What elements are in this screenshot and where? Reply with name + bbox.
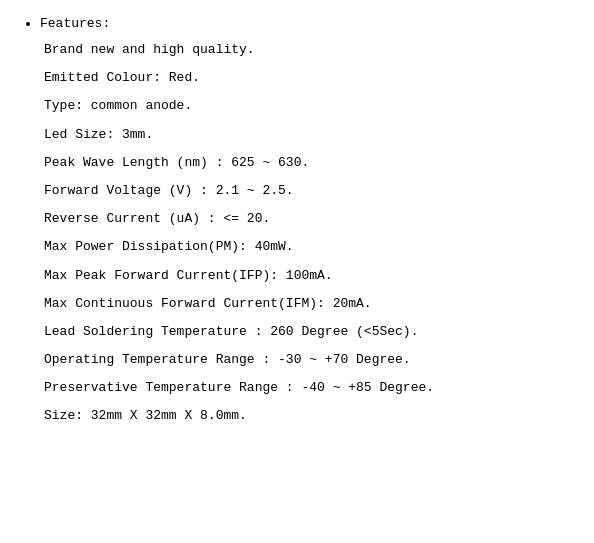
features-item: Features: Brand new and high quality.Emi… [40, 16, 574, 426]
feature-line: Reverse Current (uA) : <= 20. [44, 210, 574, 228]
feature-line: Forward Voltage (V) : 2.1 ~ 2.5. [44, 182, 574, 200]
feature-line: Max Power Dissipation(PM): 40mW. [44, 238, 574, 256]
feature-line: Type: common anode. [44, 97, 574, 115]
feature-line: Led Size: 3mm. [44, 126, 574, 144]
feature-line: Size: 32mm X 32mm X 8.0mm. [44, 407, 574, 425]
feature-line: Max Continuous Forward Current(IFM): 20m… [44, 295, 574, 313]
features-list: Features: Brand new and high quality.Emi… [20, 16, 574, 426]
feature-line: Preservative Temperature Range : -40 ~ +… [44, 379, 574, 397]
feature-line: Peak Wave Length (nm) : 625 ~ 630. [44, 154, 574, 172]
feature-line: Emitted Colour: Red. [44, 69, 574, 87]
feature-line: Max Peak Forward Current(IFP): 100mA. [44, 267, 574, 285]
features-label: Features: [40, 16, 110, 31]
feature-line: Lead Soldering Temperature : 260 Degree … [44, 323, 574, 341]
feature-line: Operating Temperature Range : -30 ~ +70 … [44, 351, 574, 369]
feature-line: Brand new and high quality. [44, 41, 574, 59]
feature-lines: Brand new and high quality.Emitted Colou… [40, 41, 574, 426]
